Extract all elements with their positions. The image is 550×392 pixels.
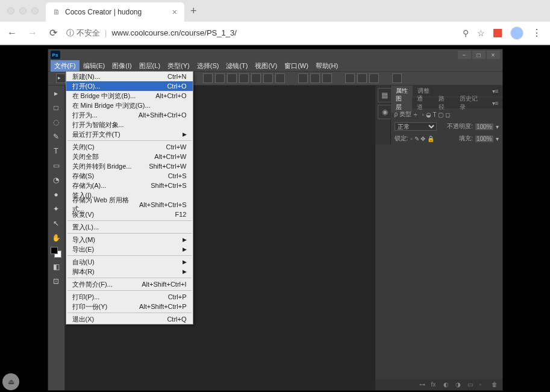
menu-item-在 Bridge 中浏览(B)...[interactable]: 在 Bridge 中浏览(B)...Alt+Ctrl+O	[66, 91, 193, 101]
menu-滤镜(T)[interactable]: 滤镜(T)	[222, 60, 251, 72]
tool-button[interactable]: T	[51, 146, 61, 157]
color-swatch[interactable]	[51, 247, 61, 258]
menu-item-打印(P)...[interactable]: 打印(P)...Ctrl+P	[66, 292, 193, 302]
tool-button[interactable]: ◌	[51, 117, 61, 128]
tool-button[interactable]: ◧	[51, 261, 61, 272]
opt-icon[interactable]	[239, 73, 249, 83]
menu-item-打开为...[interactable]: 打开为...Alt+Shift+Ctrl+O	[66, 110, 193, 120]
address-bar[interactable]: ⓘ 不安全 | www.coolcourse.cn/course/PS_1_3/	[66, 28, 457, 39]
fill-value[interactable]: 100%	[475, 135, 493, 142]
menu-item-脚本(R)[interactable]: 脚本(R)▶	[66, 267, 193, 276]
menu-separator	[67, 140, 192, 141]
blend-mode-select[interactable]: 正常	[395, 122, 437, 131]
browser-menu-icon[interactable]: ⋮	[532, 27, 542, 39]
trash-icon[interactable]: 🗑	[492, 381, 499, 388]
tool-button[interactable]: ↖	[51, 218, 61, 229]
new-tab-button[interactable]: +	[184, 5, 203, 17]
menu-item-打开(O)...[interactable]: 打开(O)...Ctrl+O	[66, 81, 193, 91]
opt-icon[interactable]	[310, 73, 320, 83]
site-info-icon[interactable]: ⓘ 不安全	[66, 28, 100, 39]
menu-item-存储(S)[interactable]: 存储(S)Ctrl+S	[66, 171, 193, 181]
mac-zoom[interactable]	[31, 7, 39, 14]
tool-button[interactable]: ✋	[51, 232, 61, 243]
forward-button[interactable]: →	[25, 28, 40, 39]
profile-avatar[interactable]	[510, 26, 523, 40]
menu-item-导出(E)[interactable]: 导出(E)▶	[66, 244, 193, 254]
tab-history[interactable]: 历史记录	[455, 93, 488, 113]
menu-item-打印一份(Y)[interactable]: 打印一份(Y)Alt+Shift+Ctrl+P	[66, 302, 193, 311]
fx-icon[interactable]: fx	[431, 381, 439, 388]
search-icon[interactable]: ⚲	[463, 28, 469, 38]
browser-tab[interactable]: 🗎 Cocos Creator | hudong ×	[46, 2, 184, 22]
mask-icon[interactable]: ◐	[443, 381, 451, 388]
tool-preset-icon[interactable]: ▸	[56, 73, 66, 83]
menu-separator	[67, 278, 192, 278]
menu-图像(I)[interactable]: 图像(I)	[108, 60, 135, 72]
extension-icon[interactable]	[493, 29, 502, 37]
menu-视图(V)[interactable]: 视图(V)	[251, 60, 281, 72]
menu-文件(F)[interactable]: 文件(F)	[51, 60, 80, 72]
opacity-value[interactable]: 100%	[475, 123, 493, 130]
menu-item-最近打开文件(T)[interactable]: 最近打开文件(T)▶	[66, 129, 193, 139]
link-icon[interactable]: ⊶	[419, 381, 427, 388]
opt-icon[interactable]	[227, 73, 237, 83]
tool-button[interactable]: ✦	[51, 204, 61, 214]
menu-类型(Y)[interactable]: 类型(Y)	[164, 60, 193, 72]
tool-button[interactable]: ✎	[51, 131, 61, 142]
adjustment-icon[interactable]: ◑	[455, 381, 463, 388]
properties-icon[interactable]: ▦	[378, 88, 392, 102]
tab-paths[interactable]: 路径	[434, 93, 455, 113]
menu-选择(S)[interactable]: 选择(S)	[193, 60, 223, 72]
window-control[interactable]: □	[472, 51, 486, 59]
opt-icon[interactable]	[203, 73, 213, 83]
tool-button[interactable]: ●	[51, 189, 61, 200]
panel-menu-icon[interactable]: ▾≡	[489, 100, 502, 107]
menu-item-导入(M)[interactable]: 导入(M)▶	[66, 235, 193, 244]
tool-button[interactable]: ⊡	[51, 276, 61, 287]
opt-icon[interactable]	[392, 73, 402, 83]
menu-窗口(W)[interactable]: 窗口(W)	[281, 60, 312, 72]
menu-item-存储为 Web 所用格式...[interactable]: 存储为 Web 所用格式...Alt+Shift+Ctrl+S	[66, 200, 193, 210]
menu-item-新建(N)...[interactable]: 新建(N)...Ctrl+N	[66, 72, 193, 81]
tab-channels[interactable]: 通道	[412, 93, 434, 113]
menu-item-打开为智能对象...[interactable]: 打开为智能对象...	[66, 120, 193, 129]
opt-icon[interactable]	[215, 73, 225, 83]
menu-item-关闭全部[interactable]: 关闭全部Alt+Ctrl+W	[66, 152, 193, 161]
menu-item-退出(X)[interactable]: 退出(X)Ctrl+Q	[66, 314, 193, 324]
tool-button[interactable]: ▭	[51, 160, 61, 171]
folder-icon[interactable]: ▭	[467, 381, 475, 388]
star-icon[interactable]: ☆	[477, 28, 485, 38]
mac-close[interactable]	[7, 7, 14, 14]
menu-帮助(H)[interactable]: 帮助(H)	[312, 60, 342, 72]
menu-item-关闭(C)[interactable]: 关闭(C)Ctrl+W	[66, 142, 193, 152]
opt-icon[interactable]	[263, 73, 273, 83]
reload-button[interactable]: ⟳	[46, 27, 60, 39]
menu-图层(L)[interactable]: 图层(L)	[136, 60, 164, 72]
menu-编辑(E)[interactable]: 编辑(E)	[80, 60, 109, 72]
mac-minimize[interactable]	[19, 7, 27, 14]
menu-item-置入(L)...[interactable]: 置入(L)...	[66, 222, 193, 232]
menu-item-关闭并转到 Bridge...[interactable]: 关闭并转到 Bridge...Shift+Ctrl+W	[66, 161, 193, 171]
tool-button[interactable]: ▸	[51, 88, 61, 99]
tool-button[interactable]: ◔	[51, 175, 61, 185]
color-icon[interactable]: ◉	[378, 105, 392, 119]
new-layer-icon[interactable]: ▫	[480, 381, 487, 388]
window-control[interactable]: ×	[487, 51, 500, 59]
opt-icon[interactable]	[369, 73, 379, 83]
opt-icon[interactable]	[345, 73, 355, 83]
tool-button[interactable]: □	[51, 102, 61, 113]
opt-icon[interactable]	[251, 73, 261, 83]
menu-item-在 Mini Bridge 中浏览(G)...[interactable]: 在 Mini Bridge 中浏览(G)...	[66, 101, 193, 110]
eject-icon[interactable]: ⏏	[2, 373, 19, 390]
close-tab-icon[interactable]: ×	[172, 7, 177, 17]
opt-icon[interactable]	[357, 73, 367, 83]
opt-icon[interactable]	[322, 73, 332, 83]
menu-item-自动(U)[interactable]: 自动(U)▶	[66, 257, 193, 267]
menu-item-文件简介(F)...[interactable]: 文件简介(F)...Alt+Shift+Ctrl+I	[66, 279, 193, 289]
back-button[interactable]: ←	[5, 28, 19, 39]
opt-icon[interactable]	[275, 73, 285, 83]
window-control[interactable]: −	[458, 51, 471, 59]
menu-item-存储为(A)...[interactable]: 存储为(A)...Shift+Ctrl+S	[66, 181, 193, 190]
opt-icon[interactable]	[298, 73, 308, 83]
panel-menu-icon[interactable]: ▾≡	[489, 88, 502, 95]
